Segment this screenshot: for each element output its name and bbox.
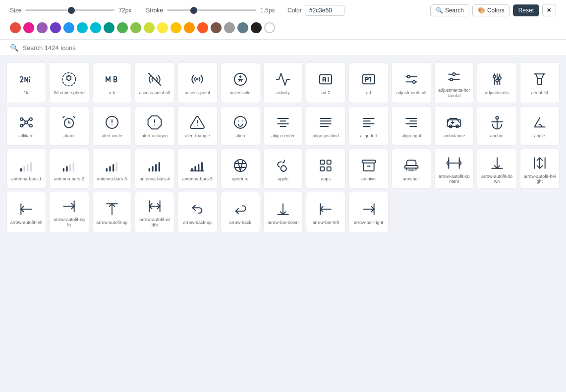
icon-image-3d-cube-sphere — [61, 71, 77, 87]
icon-cell-antenna-bars-5[interactable]: antenna-bars-5 — [177, 149, 217, 189]
color-swatch-cyan[interactable] — [77, 22, 88, 33]
icon-cell-access-point[interactable]: access-point — [177, 62, 217, 103]
icon-cell-antenna-bars-4[interactable]: antenna-bars-4 — [135, 149, 174, 189]
color-swatch-lime[interactable] — [144, 22, 155, 33]
icon-cell-ad-2[interactable]: ad-2 — [306, 62, 345, 103]
icon-image-apple — [275, 158, 291, 173]
icon-cell-arrow-autofit-height[interactable]: arrow-autofit-height — [520, 149, 560, 189]
icon-cell-adjustments-alt[interactable]: adjustments-alt — [392, 62, 431, 103]
colors-button[interactable]: 🎨 Colors — [472, 4, 510, 16]
icon-cell-align-center[interactable]: align-center — [263, 106, 303, 146]
icon-cell-ad[interactable]: ad — [348, 62, 388, 103]
color-swatch-pink[interactable] — [23, 22, 34, 33]
color-control: Color — [287, 5, 344, 16]
color-swatch-dark[interactable] — [251, 22, 262, 33]
color-swatch-yellow[interactable] — [157, 22, 168, 33]
icon-cell-antenna-bars-2[interactable]: antenna-bars-2 — [49, 149, 89, 189]
icon-cell-armchair[interactable]: armchair — [392, 149, 431, 189]
icon-cell-alert-circle[interactable]: alert-circle — [92, 106, 132, 146]
icon-cell-align-left[interactable]: align-left — [348, 106, 388, 146]
icon-cell-alarm[interactable]: alarm — [49, 106, 89, 146]
icon-cell-arrow-autofit-width[interactable]: arrow-autofit-width — [135, 192, 174, 232]
icon-cell-arrow-autofit-content[interactable]: arrow-autofit-content — [434, 149, 474, 189]
color-swatch-white[interactable] — [264, 22, 275, 33]
size-slider[interactable] — [25, 9, 114, 11]
icon-cell-activity[interactable]: activity — [263, 62, 303, 103]
color-swatch-teal-light[interactable] — [90, 22, 101, 33]
icon-cell-2fa[interactable]: 2fa — [6, 62, 46, 103]
color-swatch-grey[interactable] — [224, 22, 235, 33]
icon-cell-antenna-bars-1[interactable]: antenna-bars-1 — [6, 149, 46, 189]
controls-row: Size 72px Stroke 1.5px Color 🔍 Search 🎨 … — [10, 4, 556, 16]
icon-cell-a-b[interactable]: a-b — [92, 62, 132, 103]
icon-cell-apps[interactable]: apps — [306, 149, 345, 189]
color-swatch-amber[interactable] — [170, 22, 181, 33]
icon-label-activity: activity — [276, 90, 290, 96]
color-swatch-brown[interactable] — [211, 22, 222, 33]
color-swatch-orange[interactable] — [184, 22, 195, 33]
svg-point-16 — [25, 121, 27, 124]
svg-point-8 — [407, 75, 410, 78]
icon-cell-angle[interactable]: angle — [520, 106, 560, 146]
icons-grid: 2fa3d-cube-spherea-baccess-point-offacce… — [0, 56, 566, 239]
icon-image-alert-triangle — [189, 114, 205, 130]
color-swatch-blue[interactable] — [63, 22, 74, 33]
icon-cell-arrow-autofit-up[interactable]: arrow-autofit-up — [92, 192, 132, 232]
color-hex-input[interactable] — [305, 5, 344, 16]
icon-image-aerial-lift — [532, 71, 548, 87]
icon-image-adjustments-horizontal — [446, 69, 462, 85]
icon-cell-arrow-back-up[interactable]: arrow-back-up — [177, 192, 217, 232]
icon-cell-aperture[interactable]: aperture — [221, 149, 260, 189]
icon-label-arrow-bar-left: arrow-bar-left — [313, 220, 340, 225]
icon-cell-arrow-bar-right[interactable]: arrow-bar-right — [348, 192, 388, 232]
color-swatch-green[interactable] — [117, 22, 128, 33]
icon-cell-ambulance[interactable]: ambulance — [434, 106, 474, 146]
color-swatch-teal[interactable] — [104, 22, 114, 33]
icon-cell-accessible[interactable]: accessible — [221, 62, 260, 103]
icon-cell-affiliate[interactable]: affiliate — [6, 106, 46, 146]
color-swatch-purple[interactable] — [37, 22, 48, 33]
icon-cell-alert-octagon[interactable]: alert-octagon — [135, 106, 174, 146]
icon-cell-adjustments[interactable]: adjustments — [477, 62, 516, 103]
icon-image-2fa — [18, 71, 34, 87]
icon-cell-arrow-bar-left[interactable]: arrow-bar-left — [306, 192, 345, 232]
icon-image-arrow-autofit-up — [104, 201, 120, 217]
color-swatch-deep-orange[interactable] — [197, 22, 208, 33]
icon-cell-adjustments-horizontal[interactable]: adjustments-horizontal — [434, 62, 474, 103]
stroke-value: 1.5px — [260, 7, 278, 14]
reset-button[interactable]: Reset — [513, 4, 539, 16]
icon-cell-alert-triangle[interactable]: alert-triangle — [177, 106, 217, 146]
theme-toggle-button[interactable]: ☀ — [542, 4, 556, 16]
icon-cell-archive[interactable]: archive — [348, 149, 388, 189]
search-input[interactable] — [22, 44, 556, 52]
icon-image-accessible — [232, 71, 248, 87]
stroke-slider[interactable] — [167, 9, 256, 11]
icon-cell-anchor[interactable]: anchor — [477, 106, 516, 146]
icon-cell-apple[interactable]: apple — [263, 149, 303, 189]
icon-cell-arrow-autofit-down[interactable]: arrow-autofit-down — [477, 149, 516, 189]
color-swatch-red[interactable] — [10, 22, 21, 33]
svg-point-1 — [62, 73, 76, 86]
icon-cell-arrow-bar-down[interactable]: arrow-bar-down — [263, 192, 303, 232]
icon-cell-arrow-autofit-left[interactable]: arrow-autofit-left — [6, 192, 46, 232]
icon-cell-aerial-lift[interactable]: aerial-lift — [520, 62, 560, 103]
search-button[interactable]: 🔍 Search — [430, 4, 469, 16]
svg-rect-80 — [321, 160, 325, 164]
icon-label-align-justified: align-justified — [313, 133, 339, 139]
icon-cell-align-right[interactable]: align-right — [392, 106, 431, 146]
svg-rect-84 — [362, 160, 375, 163]
icon-cell-antenna-bars-3[interactable]: antenna-bars-3 — [92, 149, 132, 189]
icon-cell-arrow-autofit-right[interactable]: arrow-autofit-right — [49, 192, 89, 232]
color-swatch-dark-purple[interactable] — [50, 22, 61, 33]
icon-label-arrow-autofit-right: arrow-autofit-right — [53, 217, 85, 228]
icon-cell-access-point-off[interactable]: access-point-off — [135, 62, 174, 103]
icon-cell-arrow-back[interactable]: arrow-back — [221, 192, 260, 232]
icon-cell-align-justified[interactable]: align-justified — [306, 106, 345, 146]
icon-label-align-left: align-left — [360, 133, 377, 139]
icon-cell-3d-cube-sphere[interactable]: 3d-cube-sphere — [49, 62, 89, 103]
icon-label-anchor: anchor — [490, 133, 504, 139]
icon-cell-alien[interactable]: alien — [221, 106, 260, 146]
color-swatch-light-green[interactable] — [130, 22, 141, 33]
icon-label-accessible: accessible — [230, 90, 251, 96]
color-swatch-blue-grey[interactable] — [237, 22, 248, 33]
